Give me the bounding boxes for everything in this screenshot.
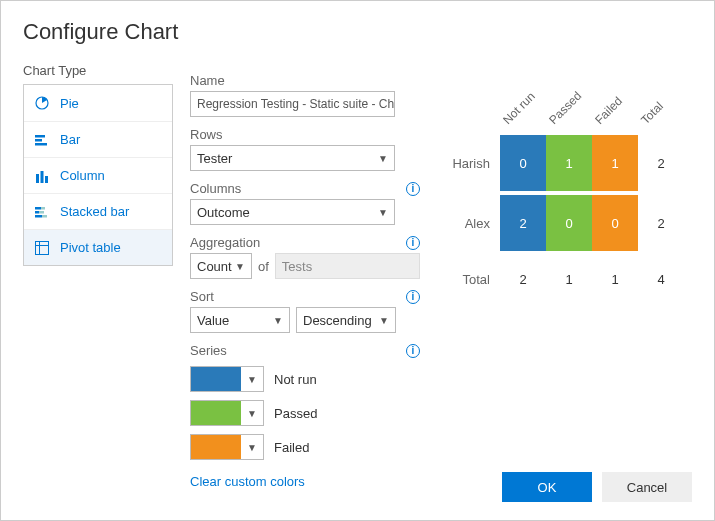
svg-rect-11 — [35, 215, 42, 218]
cancel-button[interactable]: Cancel — [602, 472, 692, 502]
bar-icon — [34, 132, 50, 148]
pivot-column-header: Total — [638, 83, 684, 133]
chevron-down-icon: ▼ — [241, 442, 263, 453]
sort-label: Sorti — [190, 289, 420, 304]
pivot-column-header: Failed — [592, 83, 638, 133]
chart-type-bar-label: Bar — [60, 132, 80, 147]
pivot-cell: 0 — [592, 195, 638, 251]
info-icon: i — [406, 182, 420, 196]
sort-direction-select[interactable]: Descending▼ — [296, 307, 396, 333]
svg-rect-9 — [35, 211, 39, 214]
rows-select[interactable]: Tester▼ — [190, 145, 395, 171]
aggregation-of-label: of — [258, 259, 269, 274]
pivot-row-total: 2 — [638, 216, 684, 231]
chart-type-pivot-table[interactable]: Pivot table — [24, 229, 172, 265]
name-input[interactable]: Regression Testing - Static suite - Ch — [190, 91, 395, 117]
chart-type-stacked-bar[interactable]: Stacked bar — [24, 193, 172, 229]
svg-rect-3 — [35, 143, 47, 146]
pivot-row-total: 2 — [638, 156, 684, 171]
pivot-row-label: Alex — [440, 216, 500, 231]
svg-rect-6 — [45, 176, 48, 183]
svg-rect-2 — [35, 139, 42, 142]
pivot-table-icon — [34, 240, 50, 256]
chart-type-label: Chart Type — [23, 63, 190, 78]
chart-type-pie-label: Pie — [60, 96, 79, 111]
pivot-column-header: Passed — [546, 83, 592, 133]
chart-type-pie[interactable]: Pie — [24, 85, 172, 121]
pivot-cell: 0 — [500, 135, 546, 191]
series-row: ▼Not run — [190, 366, 420, 392]
stacked-bar-icon — [34, 204, 50, 220]
series-label: Not run — [274, 372, 317, 387]
chart-type-stacked-bar-label: Stacked bar — [60, 204, 129, 219]
chevron-down-icon: ▼ — [378, 207, 388, 218]
pivot-cell: 2 — [500, 195, 546, 251]
series-row: ▼Failed — [190, 434, 420, 460]
series-color-swatch[interactable]: ▼ — [190, 400, 264, 426]
aggregation-tests-field: Tests — [275, 253, 420, 279]
pivot-cell: 1 — [546, 135, 592, 191]
pivot-cell: 0 — [546, 195, 592, 251]
configure-chart-dialog: Configure Chart Chart Type Pie Bar — [0, 0, 715, 521]
svg-rect-1 — [35, 135, 45, 138]
info-icon: i — [406, 236, 420, 250]
pivot-total-cell: 1 — [546, 272, 592, 287]
info-icon: i — [406, 290, 420, 304]
svg-rect-7 — [35, 207, 41, 210]
chart-type-column[interactable]: Column — [24, 157, 172, 193]
name-label: Name — [190, 73, 420, 88]
series-label: Seriesi — [190, 343, 420, 358]
pivot-total-label: Total — [440, 272, 500, 287]
pivot-total-cell: 1 — [592, 272, 638, 287]
series-color-swatch[interactable]: ▼ — [190, 434, 264, 460]
svg-rect-10 — [39, 211, 44, 214]
pivot-preview: Not runPassedFailedTotal Harish0112Alex2… — [440, 83, 692, 299]
series-color-swatch[interactable]: ▼ — [190, 366, 264, 392]
info-icon: i — [406, 344, 420, 358]
sort-field-select[interactable]: Value▼ — [190, 307, 290, 333]
aggregation-select[interactable]: Count▼ — [190, 253, 252, 279]
series-label: Failed — [274, 440, 309, 455]
chart-type-pivot-table-label: Pivot table — [60, 240, 121, 255]
chevron-down-icon: ▼ — [378, 153, 388, 164]
pivot-column-header: Not run — [500, 83, 546, 133]
aggregation-label: Aggregationi — [190, 235, 420, 250]
pie-icon — [34, 95, 50, 111]
chart-type-column-label: Column — [60, 168, 105, 183]
svg-rect-8 — [41, 207, 45, 210]
svg-rect-12 — [42, 215, 47, 218]
series-row: ▼Passed — [190, 400, 420, 426]
svg-rect-13 — [36, 241, 49, 254]
pivot-row: Alex2002 — [440, 193, 692, 253]
pivot-total-cell: 4 — [638, 272, 684, 287]
pivot-row-label: Harish — [440, 156, 500, 171]
chevron-down-icon: ▼ — [241, 374, 263, 385]
pivot-row: Harish0112 — [440, 133, 692, 193]
chart-type-bar[interactable]: Bar — [24, 121, 172, 157]
chevron-down-icon: ▼ — [241, 408, 263, 419]
chart-type-list: Pie Bar Column — [23, 84, 173, 266]
chevron-down-icon: ▼ — [273, 315, 283, 326]
columns-select[interactable]: Outcome▼ — [190, 199, 395, 225]
clear-custom-colors-link[interactable]: Clear custom colors — [190, 474, 305, 489]
columns-label: Columnsi — [190, 181, 420, 196]
pivot-total-cell: 2 — [500, 272, 546, 287]
pivot-cell: 1 — [592, 135, 638, 191]
svg-rect-4 — [36, 174, 39, 183]
dialog-title: Configure Chart — [23, 19, 692, 45]
series-label: Passed — [274, 406, 317, 421]
chevron-down-icon: ▼ — [379, 315, 389, 326]
svg-rect-5 — [41, 171, 44, 183]
chevron-down-icon: ▼ — [235, 261, 245, 272]
column-icon — [34, 168, 50, 184]
rows-label: Rows — [190, 127, 420, 142]
ok-button[interactable]: OK — [502, 472, 592, 502]
